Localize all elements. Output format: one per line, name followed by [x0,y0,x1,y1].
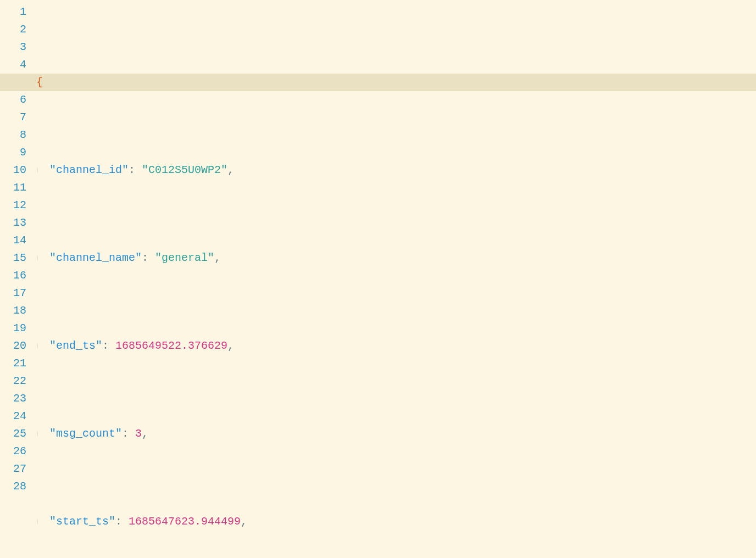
code-line[interactable]: "channel_id": "C012S5U0WP2", [36,161,756,179]
code-line[interactable]: "end_ts": 1685649522.376629, [36,337,756,355]
code-editor[interactable]: 1 2 3 4 5 6 7 8 9 10 11 12 13 14 15 16 1… [0,0,756,558]
line-number: 13 [0,214,26,232]
line-number: 4 [0,56,26,74]
json-key: "msg_count" [49,425,122,443]
line-number: 27 [0,460,26,478]
line-number: 19 [0,320,26,337]
json-key: "start_ts" [49,513,115,531]
line-number: 22 [0,372,26,390]
line-number: 15 [0,249,26,267]
code-line[interactable]: { [36,74,756,91]
code-line[interactable]: "msg_count": 3, [36,425,756,443]
code-area[interactable]: { "channel_id": "C012S5U0WP2", "channel_… [36,0,756,558]
line-number: 23 [0,390,26,408]
json-string: "C012S5U0WP2" [142,161,227,179]
json-key: "channel_id" [49,161,129,179]
line-number: 18 [0,302,26,320]
line-number: 14 [0,232,26,249]
line-number: 16 [0,267,26,284]
line-number: 1 [0,3,26,21]
line-number: 9 [0,144,26,161]
open-brace: { [36,74,43,91]
colon: : [129,161,142,179]
comma: , [227,161,234,179]
line-number: 25 [0,425,26,443]
json-key: "end_ts" [49,337,102,355]
code-line[interactable]: "start_ts": 1685647623.944499, [36,513,756,531]
json-number: 1685647623.944499 [129,513,241,531]
json-number: 3 [135,425,142,443]
line-number: 8 [0,126,26,144]
line-number: 2 [0,21,26,38]
line-number: 26 [0,443,26,460]
json-number: 1685649522.376629 [115,337,227,355]
line-number: 6 [0,91,26,109]
line-number: 20 [0,337,26,355]
code-line[interactable]: "channel_name": "general", [36,249,756,267]
json-key: "channel_name" [49,249,142,267]
line-number: 7 [0,109,26,126]
line-number: 12 [0,197,26,214]
line-number: 28 [0,478,26,495]
line-number: 3 [0,38,26,56]
line-number: 24 [0,408,26,425]
json-string: "general" [155,249,214,267]
line-number: 17 [0,284,26,302]
line-number: 10 [0,161,26,179]
line-number: 11 [0,179,26,197]
line-number: 21 [0,355,26,372]
